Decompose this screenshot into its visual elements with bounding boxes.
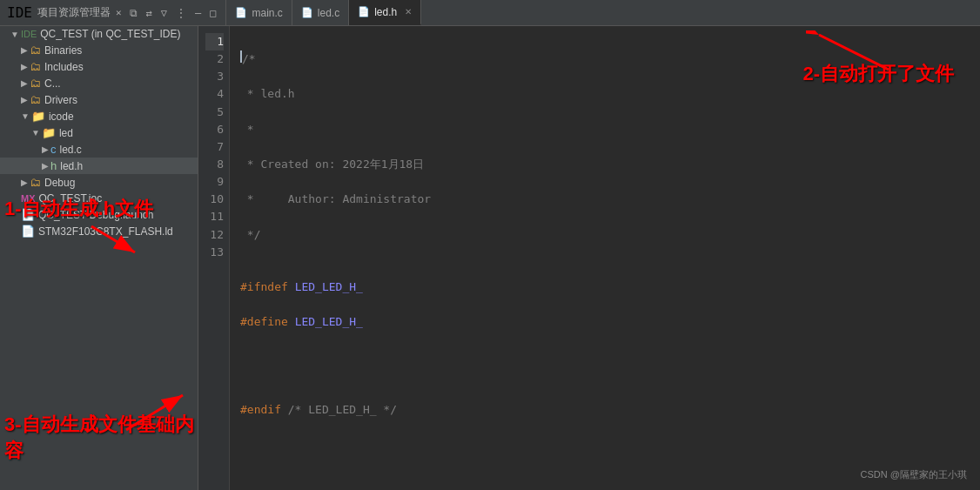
tab-led-h[interactable]: 📄 led.h ✕ bbox=[349, 0, 421, 25]
project-name-label: QC_TEST (in QC_TEST_IDE) bbox=[40, 28, 180, 40]
code-line-5: * Author: Administrator bbox=[240, 191, 970, 208]
file-icon-led-c: c bbox=[50, 143, 57, 156]
toolbar-icon-2[interactable]: ⇄ bbox=[144, 6, 155, 20]
tree-binaries[interactable]: ▶ 🗂 Binaries bbox=[0, 42, 198, 58]
tree-includes[interactable]: ▶ 🗂 Includes bbox=[0, 58, 198, 75]
arrow-right-icon-led-h: ▶ bbox=[42, 161, 49, 171]
toolbar-icon-5[interactable]: — bbox=[192, 6, 204, 20]
comment-4: * Created on: 2022年1月18日 bbox=[240, 156, 424, 173]
code-line-2: * led.h bbox=[240, 85, 970, 103]
tree-icode[interactable]: ▼ 📁 icode bbox=[0, 108, 198, 124]
folder-icon-led: 📁 bbox=[42, 126, 56, 139]
debug-label: Debug bbox=[44, 177, 75, 189]
led-h-label: led.h bbox=[60, 160, 83, 172]
line-numbers: 1 2 3 4 5 6 7 8 9 10 11 12 13 bbox=[198, 26, 230, 490]
tab-icon-led-h: 📄 bbox=[358, 6, 370, 17]
keyword-endif: #endif bbox=[240, 401, 288, 419]
arrow-1-icon bbox=[87, 222, 148, 260]
led-c-label: led.c bbox=[60, 144, 82, 156]
folder-icon-debug: 🗂 bbox=[30, 176, 41, 189]
folder-icon-icode: 📁 bbox=[31, 110, 45, 123]
sidebar: ▼ IDE QC_TEST (in QC_TEST_IDE) ▶ 🗂 Binar… bbox=[0, 26, 198, 490]
tab-label-led-c: led.c bbox=[318, 7, 339, 19]
svg-line-1 bbox=[91, 226, 135, 252]
line-num-9: 9 bbox=[205, 173, 224, 191]
code-line-13: #endif /* LED_LED_H_ */ bbox=[240, 401, 970, 419]
sidebar-header-bar: IDE 项目资源管理器 ✕ ⧉ ⇄ ▽ ⋮ — □ bbox=[0, 0, 226, 25]
arrow-down-icon: ▼ bbox=[10, 30, 19, 39]
code-line-6: */ bbox=[240, 226, 970, 244]
comment-6: */ bbox=[240, 226, 260, 244]
tree-led-h[interactable]: ▶ h led.h bbox=[0, 158, 198, 174]
toolbar-icon-6[interactable]: □ bbox=[207, 6, 218, 20]
ide-project-icon: IDE bbox=[21, 29, 37, 39]
binaries-label: Binaries bbox=[44, 44, 82, 57]
arrow-right-icon: ▶ bbox=[21, 45, 28, 55]
tree-led-folder[interactable]: ▼ 📁 led bbox=[0, 124, 198, 141]
line-num-5: 5 bbox=[205, 104, 224, 121]
close-icon: ✕ bbox=[116, 7, 122, 18]
toolbar-icon-3[interactable]: ▽ bbox=[158, 6, 170, 20]
line-num-4: 4 bbox=[205, 85, 224, 103]
toolbar-icon-4[interactable]: ⋮ bbox=[173, 6, 189, 20]
tree-core[interactable]: ▶ 🗂 C... bbox=[0, 75, 198, 91]
arrow-down-icon-icode: ▼ bbox=[21, 111, 30, 121]
line-num-3: 3 bbox=[205, 68, 224, 85]
line-num-13: 13 bbox=[205, 244, 224, 261]
ide-badge: IDE bbox=[7, 4, 32, 21]
comment-3: * bbox=[240, 121, 254, 138]
code-container: 1 2 3 4 5 6 7 8 9 10 11 12 13 /* * led.h… bbox=[198, 26, 980, 490]
svg-line-3 bbox=[126, 395, 183, 430]
folder-icon-drivers: 🗂 bbox=[30, 93, 41, 106]
tab-icon-main-c: 📄 bbox=[235, 7, 247, 18]
tree-drivers[interactable]: ▶ 🗂 Drivers bbox=[0, 91, 198, 108]
file-icon-led-h: h bbox=[50, 159, 57, 172]
tab-led-c[interactable]: 📄 led.c bbox=[292, 0, 349, 25]
line-num-11: 11 bbox=[205, 208, 224, 225]
tab-label-main-c: main.c bbox=[252, 7, 282, 19]
folder-icon-includes: 🗂 bbox=[30, 60, 41, 73]
tree-debug[interactable]: ▶ 🗂 Debug bbox=[0, 174, 198, 191]
line-num-7: 7 bbox=[205, 138, 224, 156]
arrow-right-icon-core: ▶ bbox=[21, 78, 28, 88]
code-line-4: * Created on: 2022年1月18日 bbox=[240, 156, 970, 173]
line-num-12: 12 bbox=[205, 226, 224, 244]
tab-icon-led-c: 📄 bbox=[301, 7, 313, 18]
toolbar-icon-1[interactable]: ⧉ bbox=[127, 6, 140, 20]
line-num-2: 2 bbox=[205, 50, 224, 68]
folder-icon-core: 🗂 bbox=[30, 77, 41, 90]
arrow-right-icon-includes: ▶ bbox=[21, 62, 28, 71]
watermark: CSDN @隔壁家的王小琪 bbox=[861, 468, 967, 481]
line-num-6: 6 bbox=[205, 121, 224, 138]
tab-label-led-h: led.h bbox=[374, 6, 397, 18]
arrow-right-icon-led-c: ▶ bbox=[42, 144, 49, 154]
folder-icon-binaries: 🗂 bbox=[30, 44, 41, 57]
sidebar-title: 项目资源管理器 bbox=[37, 5, 111, 20]
arrow-2-icon bbox=[806, 30, 893, 77]
tab-close-led-h[interactable]: ✕ bbox=[405, 7, 412, 17]
comment-2: * led.h bbox=[240, 85, 295, 103]
drivers-label: Drivers bbox=[44, 94, 77, 106]
svg-line-5 bbox=[819, 35, 889, 70]
core-label: C... bbox=[44, 77, 61, 90]
includes-label: Includes bbox=[44, 61, 84, 73]
tree-project-root[interactable]: ▼ IDE QC_TEST (in QC_TEST_IDE) bbox=[0, 26, 198, 42]
code-body[interactable]: /* * led.h * * Created on: 2022年1月18日 * … bbox=[230, 26, 980, 490]
tree-led-c[interactable]: ▶ c led.c bbox=[0, 141, 198, 158]
arrow-right-icon-drivers: ▶ bbox=[21, 95, 28, 104]
editor-area: 2-自动打开了文件 1 2 3 4 5 6 7 8 bbox=[198, 26, 980, 490]
led-folder-label: led bbox=[59, 127, 73, 139]
line-num-10: 10 bbox=[205, 191, 224, 208]
keyword-define: #define bbox=[240, 313, 295, 331]
editor-tabs: 📄 main.c 📄 led.c 📄 led.h ✕ bbox=[226, 0, 421, 25]
comment-endif: /* LED_LED_H_ */ bbox=[288, 401, 397, 419]
macro-ifndef-name: LED_LED_H_ bbox=[295, 279, 363, 296]
file-icon-ld: 📄 bbox=[21, 225, 35, 238]
toolbar-icons: ⧉ ⇄ ▽ ⋮ — □ bbox=[127, 6, 219, 20]
icode-label: icode bbox=[49, 111, 74, 123]
line-num-1: 1 bbox=[205, 33, 224, 50]
tab-main-c[interactable]: 📄 main.c bbox=[226, 0, 292, 25]
comment-5: * Author: Administrator bbox=[240, 191, 431, 208]
top-bar: IDE 项目资源管理器 ✕ ⧉ ⇄ ▽ ⋮ — □ 📄 main.c 📄 led… bbox=[0, 0, 980, 26]
code-line-8: #ifndef LED_LED_H_ bbox=[240, 279, 970, 296]
